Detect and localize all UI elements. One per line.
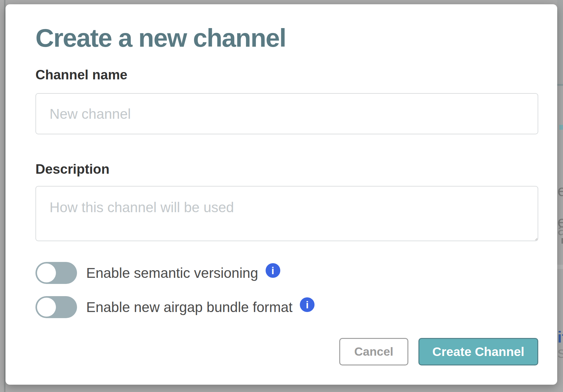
info-icon[interactable]: i <box>300 297 315 312</box>
toggle-knob <box>37 298 56 317</box>
airgap-bundle-row: Enable new airgap bundle format i <box>35 296 532 318</box>
semantic-versioning-row: Enable semantic versioning i <box>35 262 532 284</box>
description-textarea[interactable] <box>35 186 538 241</box>
background-teal-element <box>559 125 563 130</box>
create-channel-button[interactable]: Create Channel <box>418 338 538 365</box>
dialog-actions: Cancel Create Channel <box>35 338 538 365</box>
airgap-bundle-toggle[interactable] <box>35 296 77 318</box>
background-light-band <box>557 265 563 269</box>
toggle-knob <box>37 263 56 282</box>
background-clipped-content: e e a it s <box>557 0 563 392</box>
semantic-versioning-toggle[interactable] <box>35 262 77 284</box>
dialog-title: Create a new channel <box>35 23 532 53</box>
description-label: Description <box>35 161 532 177</box>
semantic-versioning-label: Enable semantic versioning <box>86 266 258 280</box>
background-text-fragment <box>561 238 563 244</box>
background-link-fragment: it <box>557 329 563 345</box>
airgap-bundle-label: Enable new airgap bundle format <box>86 300 293 314</box>
background-header-band <box>557 0 563 84</box>
cancel-button[interactable]: Cancel <box>339 338 408 365</box>
background-text-fragment: s <box>557 344 563 360</box>
info-icon[interactable]: i <box>266 263 280 278</box>
channel-name-label: Channel name <box>35 67 532 83</box>
background-text-fragment: e <box>557 183 563 198</box>
background-text-fragment: a <box>557 222 563 238</box>
create-channel-dialog: Create a new channel Channel name Descri… <box>6 4 557 385</box>
channel-name-input[interactable] <box>35 93 538 134</box>
background-divider-line <box>557 84 563 86</box>
